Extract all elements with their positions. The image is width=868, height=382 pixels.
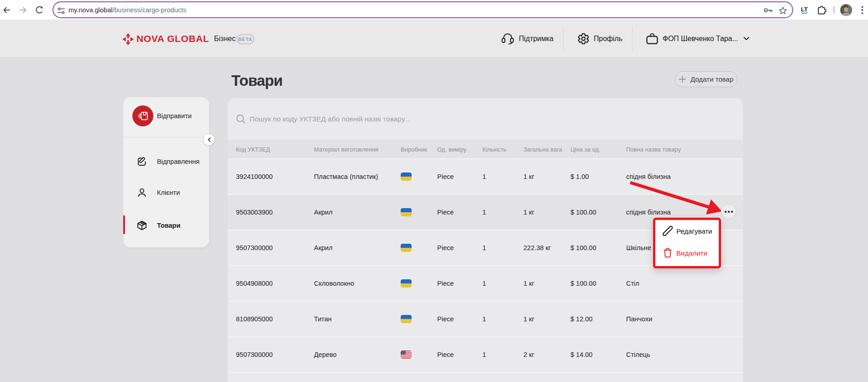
svg-text:LT: LT (801, 6, 808, 13)
